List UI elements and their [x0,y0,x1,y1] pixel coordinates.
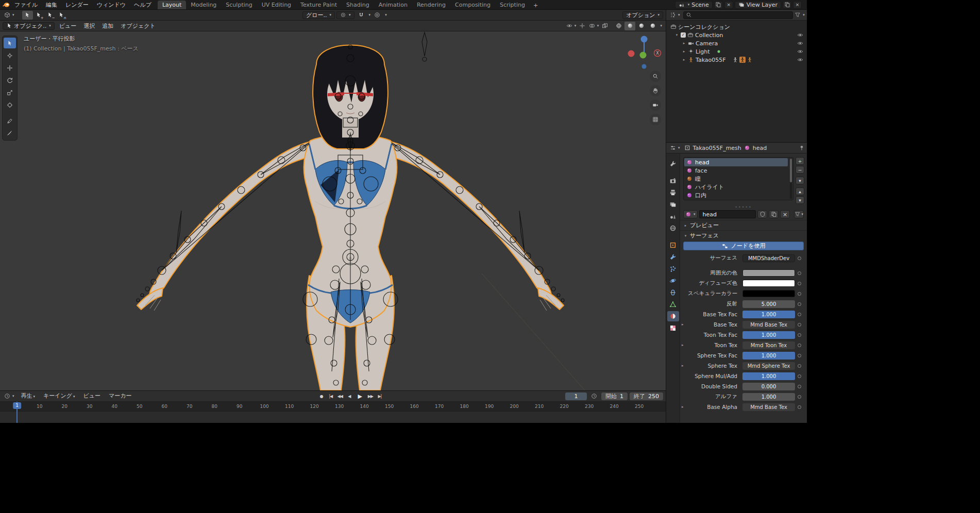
next-keyframe-button[interactable]: ▶▶ [366,392,375,400]
workspace-tab-texture-paint[interactable]: Texture Paint [296,1,342,10]
gizmo-y-axis[interactable] [640,52,647,59]
shading-material-button[interactable] [636,22,647,30]
gizmo-z-neg-axis[interactable] [642,64,647,69]
material-slot-1[interactable]: face [684,166,788,175]
texture-name-field[interactable]: Mmd Toon Tex [742,341,795,349]
output-properties-tab[interactable] [667,187,679,198]
value-slider[interactable]: 1.000 [742,372,795,380]
workspace-tab-sculpting[interactable]: Sculpting [221,1,257,10]
use-nodes-button[interactable]: ノードを使用 [683,242,804,250]
cursor-tool-button[interactable] [4,50,16,61]
topbar-menu-1[interactable]: 編集 [42,0,61,10]
add-workspace-button[interactable]: + [530,1,542,10]
browse-material-button[interactable]: ▾ [683,210,698,218]
texture-name-field[interactable]: Mmd Base Tex [742,321,795,329]
show-gizmo-toggle[interactable] [577,22,587,30]
scrollbar-thumb[interactable] [790,159,792,182]
new-view-layer-button[interactable] [783,1,791,9]
ortho-grid-icon[interactable] [650,114,661,125]
keyframe-decorator-dot[interactable] [798,385,801,388]
blender-logo-icon[interactable] [2,1,10,9]
frame-end-field[interactable]: 終了250 [630,392,663,400]
color-swatch[interactable] [742,280,795,287]
options-dropdown[interactable]: オプション▾ [622,11,663,19]
unlink-material-button[interactable]: × [780,210,790,218]
material-properties-tab[interactable] [667,311,679,321]
proportional-editing-toggle[interactable] [372,11,382,20]
new-scene-button[interactable] [714,1,723,9]
color-swatch[interactable] [742,290,795,297]
expand-toggle-icon[interactable]: ▾ [674,33,679,37]
play-reverse-button[interactable]: ◀ [345,392,353,400]
timeline-menu-3[interactable]: マーカー [105,391,136,402]
outliner-filter-button[interactable]: ▾ [795,11,805,20]
workspace-tab-modeling[interactable]: Modeling [186,1,221,10]
value-slider[interactable]: 1.000 [742,331,795,339]
shading-rendered-button[interactable] [647,22,658,30]
outliner-row-light[interactable]: ▸Light [666,47,807,56]
view-layer-selector[interactable]: View Layer [735,1,781,9]
keyframe-decorator-dot[interactable] [798,282,801,285]
fake-user-shield-button[interactable] [757,210,767,218]
move-tool-button[interactable] [4,62,16,73]
timeline-track[interactable] [0,412,666,423]
surface-section-header[interactable]: ▾サーフェス [680,230,807,241]
keyframe-decorator-dot[interactable] [798,405,801,409]
show-overlays-dropdown[interactable]: ▾ [588,22,599,30]
tool-properties-tab[interactable] [667,159,679,169]
outliner-row-scene-collection[interactable]: シーンコレクション [666,23,807,31]
select-mode-extend-button[interactable]: + [33,11,44,20]
data-properties-tab[interactable] [667,299,679,310]
topbar-menu-2[interactable]: レンダー [61,0,93,10]
keyframe-decorator-dot[interactable] [798,271,801,275]
modifiers-properties-tab[interactable] [667,252,679,262]
scrollbar[interactable] [790,159,792,199]
3d-viewport[interactable]: ユーザー・平行投影 (1) Collection | Takao055F_mes… [0,31,666,390]
jump-end-button[interactable]: ▶| [375,392,384,400]
expand-arrow-icon[interactable]: ▸ [682,322,684,327]
world-properties-tab[interactable] [667,223,679,233]
snap-toggle[interactable] [356,11,366,20]
keyframe-decorator-dot[interactable] [798,354,801,357]
outliner-row-collection[interactable]: ▾✓Collection [666,31,807,39]
mode-dropdown[interactable]: オブジェク..▾ [3,22,55,30]
shading-dropdown[interactable]: ▾ [660,24,662,28]
outliner-search-input[interactable] [683,11,793,19]
breadcrumb-data[interactable]: head [753,145,767,151]
topbar-menu-0[interactable]: ファイル [10,0,42,10]
pan-hand-icon[interactable] [650,85,661,96]
viewport-menu-1[interactable]: 選択 [80,21,98,31]
proportional-falloff-dropdown[interactable]: ▾ [385,13,387,17]
value-slider[interactable]: 0.000 [742,383,795,390]
material-slot-4[interactable]: 口内 [684,191,788,199]
keyframe-decorator-dot[interactable] [798,364,801,368]
unlink-scene-button[interactable]: × [724,1,733,9]
shading-solid-button[interactable] [624,22,635,30]
transform-tool-button[interactable] [4,99,16,110]
view-layer-properties-tab[interactable] [667,199,679,210]
hide-in-viewport-eye-icon[interactable] [797,40,803,46]
annotate-tool-button[interactable] [4,115,16,126]
select-mode-subtract-button[interactable]: − [45,11,56,20]
expand-arrow-icon[interactable]: ▸ [682,405,684,409]
topbar-menu-4[interactable]: ヘルプ [130,0,156,10]
workspace-tab-uv-editing[interactable]: UV Editing [257,1,296,10]
transform-pivot-dropdown[interactable]: ▾ [336,11,354,19]
viewport-menu-2[interactable]: 追加 [98,21,117,31]
override-filter-button[interactable]: ▾ [794,210,804,218]
hide-in-viewport-eye-icon[interactable] [797,57,803,63]
value-slider[interactable]: 5.000 [742,300,795,308]
hide-in-viewport-eye-icon[interactable] [797,32,803,38]
collection-checkbox[interactable]: ✓ [681,32,686,38]
workspace-tab-compositing[interactable]: Compositing [450,1,495,10]
prev-keyframe-button[interactable]: ◀◀ [335,392,344,400]
timeline-ruler-area[interactable]: 1020304050607080901001101201301401501601… [0,402,666,423]
workspace-tab-animation[interactable]: Animation [374,1,412,10]
preview-range-clock-icon[interactable] [589,392,599,401]
keyframe-decorator-dot[interactable] [798,333,801,337]
keyframe-decorator-dot[interactable] [798,313,801,316]
outliner-row-takao055f[interactable]: ▸Takao055F [666,56,807,64]
timeline-menu-0[interactable]: 再生▾ [17,391,40,402]
xray-toggle[interactable] [600,22,610,30]
timeline-menu-2[interactable]: ビュー [79,391,105,402]
